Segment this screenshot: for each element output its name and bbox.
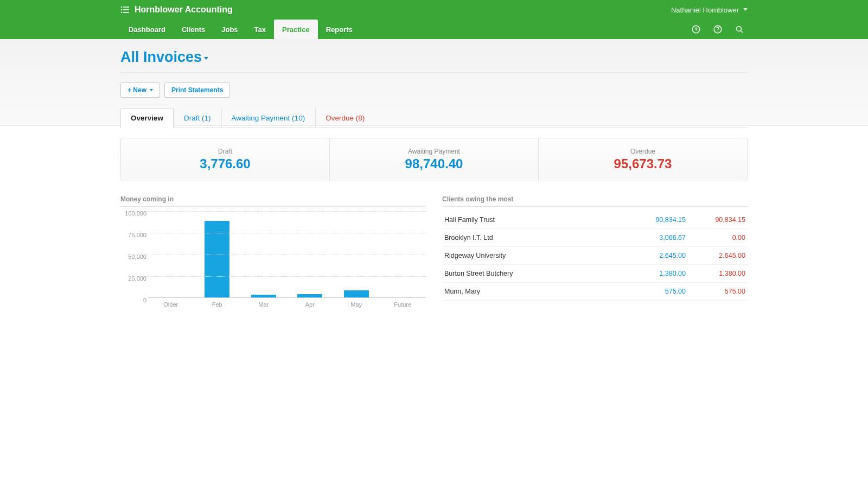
primary-nav: DashboardClientsJobsTaxPracticeReports [120, 20, 748, 39]
chart-x-label: Future [380, 301, 426, 308]
invoice-tabs: OverviewDraft (1)Awaiting Payment (10)Ov… [120, 107, 748, 128]
client-row[interactable]: Brooklyn I.T. Ltd3,066.670.00 [442, 229, 748, 247]
client-amount-overdue: 0.00 [686, 234, 745, 242]
tab-overdue-8[interactable]: Overdue (8) [315, 108, 375, 128]
client-name: Burton Street Butchery [444, 270, 626, 277]
svg-point-2 [121, 9, 123, 11]
menu-list-icon [120, 6, 129, 14]
user-menu[interactable]: Nathaniel Hornblower [671, 6, 748, 14]
chart-gridline [148, 276, 426, 277]
chart-x-label: Feb [194, 301, 241, 308]
chart-y-tick: 25,000 [128, 275, 146, 282]
button-label: Print Statements [171, 86, 223, 94]
tab-draft-1[interactable]: Draft (1) [174, 108, 221, 128]
money-coming-in-panel: Money coming in 025,00050,00075,000100,0… [120, 195, 426, 308]
client-row[interactable]: Burton Street Butchery1,380.001,380.00 [442, 265, 748, 283]
summary-card-overdue[interactable]: Overdue 95,673.73 [539, 138, 747, 181]
svg-rect-5 [123, 12, 129, 13]
summary-card-awaiting[interactable]: Awaiting Payment 98,740.40 [330, 138, 539, 181]
nav-item-tax[interactable]: Tax [246, 20, 274, 39]
client-amount-due: 1,380.00 [626, 270, 686, 277]
search-icon[interactable] [735, 24, 744, 34]
card-value: 95,673.73 [614, 156, 672, 172]
nav-item-clients[interactable]: Clients [174, 20, 213, 39]
tab-overview[interactable]: Overview [120, 108, 174, 128]
chart-bar[interactable] [297, 294, 322, 297]
chart-y-tick: 0 [143, 297, 146, 303]
card-label: Awaiting Payment [408, 148, 460, 155]
org-switcher[interactable]: Hornblower Accounting [120, 5, 233, 15]
chart-x-label: Mar [240, 301, 287, 308]
nav-item-dashboard[interactable]: Dashboard [120, 20, 174, 39]
user-name: Nathaniel Hornblower [671, 6, 739, 14]
chart-gridline [148, 211, 426, 212]
client-amount-overdue: 2,645.00 [686, 252, 745, 259]
chart-x-label: May [333, 301, 380, 308]
chart-y-tick: 100,000 [125, 210, 146, 217]
panel-title: Clients owing the most [442, 195, 748, 207]
button-label: + New [127, 86, 146, 94]
chart-bar[interactable] [251, 295, 276, 297]
client-amount-due: 3,066.67 [626, 234, 686, 242]
svg-point-9 [736, 26, 741, 31]
chevron-down-icon [204, 57, 208, 60]
summary-card-draft[interactable]: Draft 3,776.60 [121, 138, 330, 181]
org-name: Hornblower Accounting [135, 5, 233, 15]
client-amount-due: 2,645.00 [626, 252, 686, 259]
svg-point-8 [717, 31, 718, 31]
chart-y-tick: 75,000 [128, 232, 146, 238]
card-label: Overdue [630, 148, 655, 155]
nav-item-reports[interactable]: Reports [318, 20, 361, 39]
top-header: Hornblower Accounting Nathaniel Hornblow… [0, 0, 868, 39]
chart-gridline [148, 255, 426, 255]
clients-owing-panel: Clients owing the most Hall Family Trust… [442, 195, 748, 308]
chart-x-label: Older [148, 301, 194, 308]
chart-gridline [148, 233, 426, 233]
card-value: 3,776.60 [200, 156, 250, 172]
chart-y-tick: 50,000 [128, 253, 146, 260]
history-icon[interactable] [691, 24, 701, 34]
print-statements-button[interactable]: Print Statements [164, 82, 230, 98]
client-name: Brooklyn I.T. Ltd [444, 234, 626, 242]
svg-point-4 [121, 12, 123, 14]
money-coming-in-chart: 025,00050,00075,000100,000 OlderFebMarAp… [120, 211, 426, 308]
nav-item-jobs[interactable]: Jobs [213, 20, 246, 39]
client-row[interactable]: Hall Family Trust90,834.1590,834.15 [442, 211, 748, 229]
card-value: 98,740.40 [405, 156, 463, 172]
client-amount-due: 90,834.15 [626, 216, 686, 224]
client-row[interactable]: Munn, Mary575.00575.00 [442, 283, 748, 301]
chevron-down-icon [150, 89, 153, 91]
client-row[interactable]: Ridgeway University2,645.002,645.00 [442, 247, 748, 265]
client-amount-overdue: 90,834.15 [686, 216, 745, 224]
panel-title: Money coming in [120, 195, 426, 207]
tab-awaiting-payment-10[interactable]: Awaiting Payment (10) [221, 108, 316, 128]
client-amount-overdue: 575.00 [686, 288, 745, 295]
svg-rect-1 [123, 7, 129, 8]
card-label: Draft [218, 148, 232, 155]
client-amount-overdue: 1,380.00 [686, 270, 745, 277]
chevron-down-icon [743, 8, 748, 11]
client-name: Ridgeway University [444, 252, 626, 259]
chart-x-label: Apr [287, 301, 334, 308]
page-title-dropdown[interactable]: All Invoices [120, 49, 208, 66]
client-amount-due: 575.00 [626, 288, 686, 295]
svg-point-0 [121, 7, 123, 8]
client-name: Hall Family Trust [444, 216, 626, 224]
page-title: All Invoices [120, 49, 202, 66]
help-icon[interactable] [713, 24, 723, 34]
client-name: Munn, Mary [444, 288, 626, 295]
divider [120, 72, 748, 73]
new-invoice-button[interactable]: + New [120, 82, 160, 98]
chart-bar[interactable] [344, 290, 369, 297]
svg-rect-3 [123, 9, 129, 10]
nav-item-practice[interactable]: Practice [274, 20, 318, 39]
summary-cards: Draft 3,776.60 Awaiting Payment 98,740.4… [120, 138, 748, 181]
